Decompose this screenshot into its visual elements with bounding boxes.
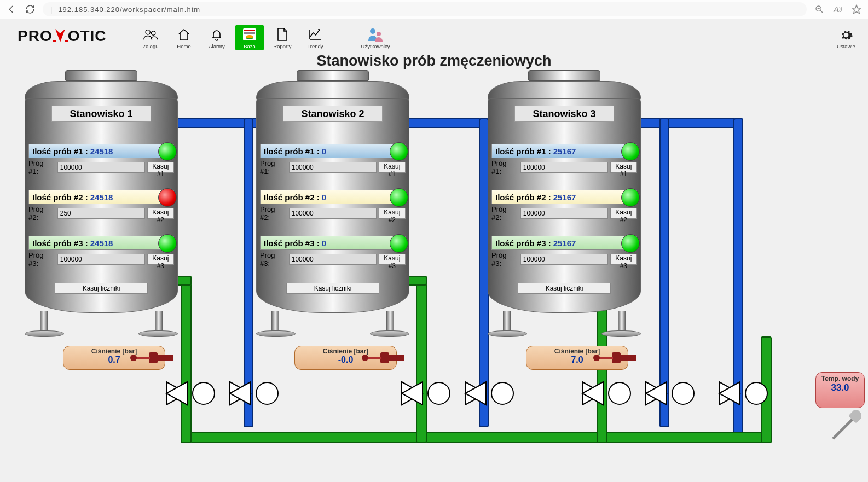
chart-icon [308, 25, 322, 43]
svg-rect-4 [53, 40, 56, 42]
valve-blue-manifold[interactable] [718, 381, 770, 406]
temperature-value: 33.0 [831, 382, 849, 393]
svg-point-8 [151, 31, 155, 35]
svg-point-15 [370, 28, 375, 34]
menu-reports[interactable]: Raporty [268, 25, 297, 50]
station-1-count3: Ilość prób #3 : 24518 [28, 236, 174, 250]
document-icon [276, 25, 288, 43]
users-icon [143, 25, 159, 43]
logo: PROOTIC [18, 27, 107, 45]
read-aloud-icon[interactable]: A)) [830, 2, 846, 17]
pipe-green-r1 [181, 276, 192, 443]
station-1-th3-input[interactable] [57, 254, 145, 265]
svg-marker-5 [55, 29, 65, 42]
svg-point-37 [745, 382, 767, 404]
persons-icon [367, 25, 384, 43]
pressure-sensor-icon [593, 350, 637, 365]
station-1-th2-label: Próg #2: [28, 205, 55, 222]
station-2-reset3-button[interactable]: Kasuj #3 [379, 254, 406, 265]
valve-s1-green[interactable] [165, 381, 217, 406]
menu-login[interactable]: Zaloguj [137, 25, 165, 50]
station-1-resetall-button[interactable]: Kasuj liczniki [55, 283, 148, 294]
station-3-reset3-button[interactable]: Kasuj #3 [610, 254, 637, 265]
database-icon [242, 25, 257, 43]
refresh-icon[interactable] [22, 2, 38, 17]
station-2-resetall-button[interactable]: Kasuj liczniki [286, 283, 379, 294]
station-2-reset2-button[interactable]: Kasuj #2 [379, 208, 406, 219]
station-1-th1-label: Próg #1: [28, 159, 55, 176]
pressure-sensor-icon [362, 350, 406, 365]
station-2-lamp1 [390, 142, 408, 161]
svg-rect-43 [380, 352, 389, 363]
svg-rect-44 [367, 357, 381, 359]
station-3-th3-input[interactable] [520, 254, 608, 265]
zoom-icon[interactable] [811, 2, 828, 17]
svg-rect-40 [136, 357, 150, 359]
pressure-sensor-icon [130, 350, 174, 365]
valve-s2-green[interactable] [401, 381, 453, 406]
menu-database-active[interactable]: Baza [235, 25, 264, 50]
svg-point-34 [672, 382, 694, 404]
station-2-th1-input[interactable] [289, 162, 377, 173]
valve-s2-blue[interactable] [464, 381, 516, 406]
menu-alarms[interactable]: Alarmy [202, 25, 231, 50]
station-2-lamp3 [390, 234, 408, 253]
tank-2: Stanowisko 2 Ilość prób #1 : 0 Próg #1: … [256, 70, 409, 335]
url-bar[interactable]: | 192.185.340.220/workspacer/main.htm [43, 2, 807, 16]
svg-marker-3 [853, 5, 861, 14]
browser-bar: | 192.185.340.220/workspacer/main.htm A)… [0, 0, 868, 19]
water-temperature: Temp. wody 33.0 [815, 372, 865, 408]
station-3-th2-input[interactable] [520, 208, 608, 219]
station-3-lamp2 [621, 188, 640, 207]
station-1-count2: Ilość prób #2 : 24518 [28, 190, 174, 204]
station-1-lamp3 [158, 234, 177, 253]
scada-canvas: Stanowisko 1 Ilość prób #1 : 24518 Próg … [0, 66, 868, 482]
menu-home[interactable]: Home [170, 25, 198, 50]
station-3-reset2-button[interactable]: Kasuj #2 [610, 208, 637, 219]
station-2-reset1-button[interactable]: Kasuj #1 [379, 162, 406, 173]
svg-point-25 [428, 382, 450, 404]
svg-point-14 [246, 35, 253, 38]
menu-settings[interactable]: Ustawie [830, 25, 863, 49]
svg-rect-38 [158, 355, 173, 361]
menu-trends[interactable]: Trendy [301, 25, 329, 50]
station-2-count3: Ilość prób #3 : 0 [260, 236, 406, 250]
station-3-reset1-button[interactable]: Kasuj #1 [610, 162, 637, 173]
station-3-count2: Ilość prób #2 : 25167 [491, 190, 637, 204]
favorite-icon[interactable] [848, 2, 865, 17]
station-2-count2: Ilość prób #2 : 0 [260, 190, 406, 204]
back-icon[interactable] [3, 2, 20, 17]
svg-point-49 [593, 355, 600, 361]
station-3-resetall-button[interactable]: Kasuj liczniki [518, 283, 611, 294]
svg-rect-48 [599, 357, 613, 359]
pipe-green-bottom [181, 432, 772, 443]
tank-3: Stanowisko 3 Ilość prób #1 : 25167 Próg … [488, 70, 641, 335]
valve-s3-blue[interactable] [645, 381, 697, 406]
station-3-lamp3 [621, 234, 640, 253]
station-2-th2-input[interactable] [289, 208, 377, 219]
valve-s1-blue[interactable] [229, 381, 281, 406]
station-3-label: Stanowisko 3 [514, 106, 614, 122]
station-1-lamp1 [158, 142, 177, 161]
svg-point-31 [609, 382, 630, 404]
station-1-th3-label: Próg #3: [28, 251, 55, 268]
svg-point-19 [193, 382, 215, 404]
station-1-th2-input[interactable] [57, 208, 145, 219]
valve-s3-green[interactable] [581, 381, 633, 406]
station-2-th3-input[interactable] [289, 254, 377, 265]
menu-users[interactable]: Użytkownicy [361, 25, 390, 50]
menu-bar: Zaloguj Home Alarmy Baza Raporty Trendy … [137, 25, 390, 50]
station-1-reset2-button[interactable]: Kasuj #2 [147, 208, 174, 219]
station-1-th1-input[interactable] [57, 162, 145, 173]
svg-point-41 [130, 355, 137, 361]
station-1-reset3-button[interactable]: Kasuj #3 [147, 254, 174, 265]
pipe-green-r2 [416, 276, 427, 443]
svg-point-22 [256, 382, 278, 404]
station-3-th1-input[interactable] [520, 162, 608, 173]
svg-point-7 [146, 30, 150, 34]
station-2-lamp2 [390, 188, 408, 207]
svg-rect-12 [244, 33, 255, 34]
station-1-reset1-button[interactable]: Kasuj #1 [147, 162, 174, 173]
station-2-label: Stanowisko 2 [283, 106, 383, 122]
svg-point-45 [362, 355, 368, 361]
